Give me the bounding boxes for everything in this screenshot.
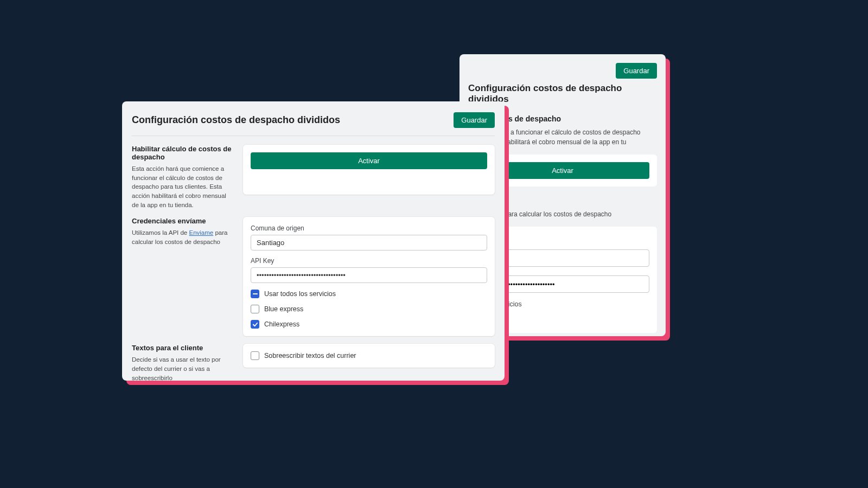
front-card: Configuración costos de despacho dividid… (122, 101, 505, 381)
save-button[interactable]: Guardar (454, 112, 495, 128)
checkbox-checked-icon (251, 320, 259, 329)
checkbox-blue-label: Blue express (264, 305, 303, 313)
comuna-label: Comuna de origen (251, 224, 487, 232)
checkbox-override-texts[interactable]: Sobreescribir textos del currier (251, 351, 487, 360)
checkbox-all-label: Usar todos los servicios (264, 290, 336, 298)
checkbox-chile-label: Chilexpress (264, 320, 299, 328)
credentials-title: Credenciales envíame (132, 217, 232, 225)
checkbox-override-label: Sobreescribir textos del currier (264, 352, 356, 359)
credentials-panel: Comuna de origen API Key Usar todos los … (243, 217, 495, 336)
apikey-label: API Key (251, 257, 487, 265)
save-button-back[interactable]: Guardar (616, 63, 657, 79)
texts-panel: Sobreescribir textos del currier (243, 344, 495, 368)
comuna-input[interactable] (251, 235, 487, 251)
header-row: Configuración costos de despacho dividid… (132, 112, 495, 136)
enviame-link[interactable]: Enviame (189, 229, 213, 236)
checkbox-all-services[interactable]: Usar todos los servicios (251, 290, 487, 298)
enable-title: Habilitar cálculo de costos de despacho (132, 145, 232, 161)
section-enable: Habilitar cálculo de costos de despacho … (132, 145, 495, 209)
checkbox-unchecked-icon (251, 305, 259, 313)
enable-desc: Esta acción hará que comience a funciona… (132, 164, 232, 209)
page-title: Configuración costos de despacho dividid… (132, 114, 340, 126)
checkbox-indeterminate-icon (251, 290, 259, 298)
apikey-input[interactable] (251, 267, 487, 283)
checkbox-unchecked-icon (251, 351, 259, 360)
credentials-desc: Utilizamos la API de Enviame para calcul… (132, 228, 232, 246)
activate-button[interactable]: Activar (251, 152, 487, 169)
activate-panel: Activar (243, 145, 495, 195)
section-texts: Textos para el cliente Decide si vas a u… (132, 344, 495, 382)
checkbox-chilexpress[interactable]: Chilexpress (251, 320, 487, 329)
checkbox-blue-express[interactable]: Blue express (251, 305, 487, 313)
texts-title: Textos para el cliente (132, 344, 232, 352)
texts-desc: Decide si vas a usar el texto por defect… (132, 355, 232, 382)
section-credentials: Credenciales envíame Utilizamos la API d… (132, 217, 495, 336)
